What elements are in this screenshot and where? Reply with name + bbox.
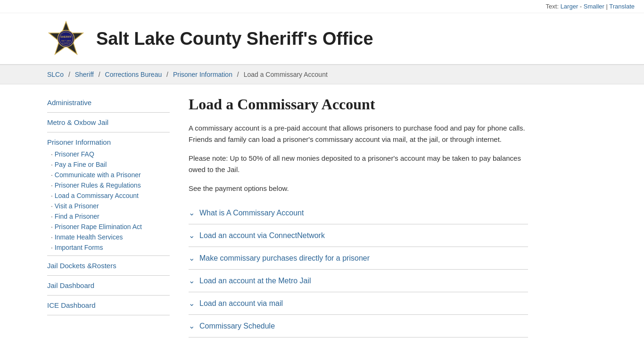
accordion-header-1[interactable]: ⌄ Load an account via ConnectNetwork	[189, 231, 528, 240]
sidebar-item-visit[interactable]: Visit a Prisoner	[51, 201, 170, 211]
chevron-down-icon: ⌄	[189, 276, 195, 285]
accordion-item-4: ⌄ Load an account via mail	[189, 292, 528, 315]
accordion-item-3: ⌄ Load an account at the Metro Jail	[189, 270, 528, 292]
svg-text:SHERIFF: SHERIFF	[60, 35, 72, 38]
accordion-header-4[interactable]: ⌄ Load an account via mail	[189, 299, 528, 308]
accordion-item-1: ⌄ Load an account via ConnectNetwork	[189, 224, 528, 247]
accordion-label-5[interactable]: Commissary Schedule	[199, 322, 275, 330]
text-label: Text:	[546, 3, 559, 10]
sidebar-item-forms[interactable]: Important Forms	[51, 242, 170, 253]
breadcrumb-prisoner-info[interactable]: Prisoner Information	[173, 71, 232, 78]
sidebar-item-pay-fine[interactable]: Pay a Fine or Bail	[51, 159, 170, 170]
sep1: -	[580, 3, 582, 10]
sheriff-badge-icon: SHERIFF SALT LAKE COUNTY	[47, 20, 85, 58]
chevron-down-icon: ⌄	[189, 299, 195, 308]
accordion-label-2[interactable]: Make commissary purchases directly for a…	[199, 254, 370, 263]
accordion-header-3[interactable]: ⌄ Load an account at the Metro Jail	[189, 276, 528, 285]
sidebar-item-find[interactable]: Find a Prisoner	[51, 211, 170, 222]
intro-para3: See the payment options below.	[189, 183, 528, 194]
breadcrumb-slco[interactable]: SLCo	[47, 71, 64, 78]
sidebar-item-prisoner-faq[interactable]: Prisoner FAQ	[51, 149, 170, 159]
chevron-down-icon: ⌄	[189, 208, 195, 217]
chevron-down-icon: ⌄	[189, 231, 195, 240]
translate-link[interactable]: Translate	[609, 3, 635, 10]
sidebar-item-commissary[interactable]: Load a Commissary Account	[51, 190, 170, 201]
sidebar-section-admin: Administrative Metro & Oxbow Jail Prison…	[47, 96, 170, 315]
sidebar-item-metro-oxbow[interactable]: Metro & Oxbow Jail	[47, 115, 170, 129]
sidebar-item-ice-dashboard[interactable]: ICE Dashboard	[47, 298, 170, 312]
accordion-label-4[interactable]: Load an account via mail	[199, 299, 283, 308]
breadcrumb-current: Load a Commissary Account	[244, 71, 328, 78]
intro-para1: A commissary account is a pre-paid accou…	[189, 123, 528, 145]
sidebar-item-health[interactable]: Inmate Health Services	[51, 232, 170, 242]
sidebar-item-jail-dashboard[interactable]: Jail Dashboard	[47, 279, 170, 292]
accordion-item-5: ⌄ Commissary Schedule	[189, 315, 528, 337]
svg-point-1	[58, 30, 74, 47]
accordion-item-0: ⌄ What is A Commissary Account	[189, 202, 528, 224]
sidebar-sub-links: Prisoner FAQ Pay a Fine or Bail Communic…	[47, 149, 170, 253]
site-header: SHERIFF SALT LAKE COUNTY Salt Lake Count…	[0, 13, 644, 65]
larger-link[interactable]: Larger	[561, 3, 578, 10]
accordion-label-1[interactable]: Load an account via ConnectNetwork	[199, 231, 325, 240]
sidebar-item-communicate[interactable]: Communicate with a Prisoner	[51, 170, 170, 180]
sidebar-item-prea[interactable]: Prisoner Rape Elimination Act	[51, 222, 170, 232]
smaller-link[interactable]: Smaller	[584, 3, 604, 10]
accordion-label-3[interactable]: Load an account at the Metro Jail	[199, 277, 311, 285]
intro-para2: Please note: Up to 50% of all new monies…	[189, 153, 528, 175]
site-title: Salt Lake County Sheriff's Office	[96, 29, 373, 49]
sidebar-item-jail-dockets[interactable]: Jail Dockets &Rosters	[47, 259, 170, 272]
breadcrumb: SLCo / Sheriff / Corrections Bureau / Pr…	[0, 65, 644, 84]
sidebar-item-prisoner-info[interactable]: Prisoner Information	[47, 135, 170, 149]
chevron-down-icon: ⌄	[189, 321, 195, 330]
svg-text:SALT LAKE: SALT LAKE	[61, 40, 71, 42]
main-content: Load a Commissary Account A commissary a…	[189, 96, 528, 337]
chevron-down-icon: ⌄	[189, 254, 195, 263]
breadcrumb-sheriff[interactable]: Sheriff	[75, 71, 94, 78]
accordion-header-5[interactable]: ⌄ Commissary Schedule	[189, 321, 528, 330]
accordion-header-2[interactable]: ⌄ Make commissary purchases directly for…	[189, 254, 528, 263]
accordion: ⌄ What is A Commissary Account ⌄ Load an…	[189, 202, 528, 337]
sidebar-item-rules[interactable]: Prisoner Rules & Regulations	[51, 180, 170, 190]
sidebar-item-administrative[interactable]: Administrative	[47, 96, 170, 109]
top-bar: Text: Larger - Smaller | Translate	[0, 0, 644, 13]
sidebar: Administrative Metro & Oxbow Jail Prison…	[47, 96, 170, 337]
accordion-header-0[interactable]: ⌄ What is A Commissary Account	[189, 208, 528, 217]
breadcrumb-corrections[interactable]: Corrections Bureau	[105, 71, 162, 78]
svg-text:COUNTY: COUNTY	[62, 42, 70, 44]
main-layout: Administrative Metro & Oxbow Jail Prison…	[0, 84, 603, 349]
page-title: Load a Commissary Account	[189, 96, 528, 113]
accordion-item-2: ⌄ Make commissary purchases directly for…	[189, 247, 528, 270]
accordion-label-0[interactable]: What is A Commissary Account	[199, 209, 304, 217]
